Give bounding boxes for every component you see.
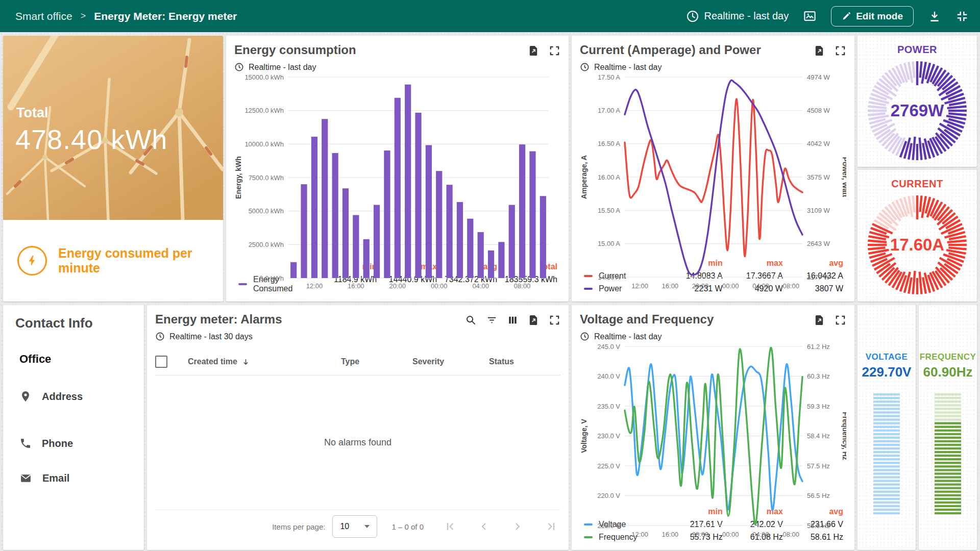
voltage-frequency-widget: Voltage and Frequency Realtime - last da… — [572, 305, 854, 550]
breadcrumb: Smart office > Energy Meter: Energy mete… — [15, 10, 237, 22]
current-power-widget: Current (Amperage) and Power Realtime - … — [572, 36, 854, 302]
first-page-button[interactable] — [444, 520, 456, 533]
fullscreen-widget-icon[interactable] — [835, 45, 846, 57]
dashboard-toolbar: Smart office > Energy Meter: Energy mete… — [0, 0, 980, 32]
next-page-button[interactable] — [511, 520, 524, 533]
svg-text:16.50 A: 16.50 A — [598, 140, 620, 147]
svg-text:12:00: 12:00 — [631, 531, 648, 538]
svg-text:220.0 V: 220.0 V — [597, 492, 620, 499]
svg-text:0.0 kWh: 0.0 kWh — [259, 274, 284, 282]
download-icon[interactable] — [928, 10, 941, 23]
svg-text:Energy, kWh: Energy, kWh — [234, 156, 242, 199]
current-power-chart: 14.50 A2177 W15.00 A2643 W15.50 A3109 W1… — [580, 72, 846, 257]
previous-page-button[interactable] — [478, 520, 490, 533]
svg-text:20:00: 20:00 — [692, 531, 709, 538]
svg-text:58.4 Hz: 58.4 Hz — [807, 432, 830, 440]
svg-text:59.3 Hz: 59.3 Hz — [807, 403, 830, 410]
export-widget-icon[interactable] — [814, 45, 825, 57]
svg-text:3575 W: 3575 W — [807, 173, 830, 181]
filter-icon[interactable] — [486, 314, 498, 326]
contact-title: Contact Info — [15, 315, 132, 331]
contact-entity-name: Office — [19, 353, 132, 366]
widget-timewindow-energy[interactable]: Realtime - last day — [234, 62, 356, 72]
sort-descending-icon[interactable] — [241, 358, 250, 366]
breadcrumb-dashboard-group[interactable]: Smart office — [15, 10, 72, 22]
total-label: Total — [16, 105, 48, 121]
svg-text:240.0 V: 240.0 V — [597, 372, 620, 380]
column-status[interactable]: Status — [489, 357, 514, 366]
alarms-timewindow[interactable]: Realtime - last 30 days — [155, 332, 282, 341]
export-widget-icon[interactable] — [528, 314, 540, 326]
svg-text:215.0 V: 215.0 V — [597, 522, 620, 530]
paginator-range: 1 – 0 of 0 — [391, 522, 424, 531]
contact-address-label: Address — [42, 391, 83, 403]
location-pin-icon — [19, 390, 32, 403]
svg-text:60.3 Hz: 60.3 Hz — [807, 372, 830, 380]
column-created-time[interactable]: Created time — [188, 357, 237, 366]
dashboard-image-button[interactable] — [803, 9, 817, 23]
export-widget-icon[interactable] — [528, 45, 540, 57]
voltage-gauge-title: VOLTAGE — [866, 352, 908, 362]
chevron-down-icon — [364, 525, 370, 528]
last-page-button[interactable] — [545, 520, 557, 533]
contact-address-row[interactable]: Address — [19, 390, 132, 403]
svg-text:5000.0 kWh: 5000.0 kWh — [249, 207, 284, 215]
search-icon[interactable] — [465, 314, 477, 326]
svg-text:235.0 V: 235.0 V — [597, 403, 620, 410]
voltage-gauge-widget: VOLTAGE 229.70V — [857, 305, 916, 550]
edit-mode-button[interactable]: Edit mode — [831, 6, 914, 27]
svg-text:55.6 Hz: 55.6 Hz — [807, 522, 830, 530]
widget-timewindow-current-power[interactable]: Realtime - last day — [580, 62, 761, 72]
svg-text:4974 W: 4974 W — [807, 73, 830, 81]
svg-text:57.5 Hz: 57.5 Hz — [807, 462, 830, 470]
column-severity[interactable]: Severity — [412, 357, 444, 366]
svg-text:00:00: 00:00 — [722, 282, 739, 290]
fullscreen-widget-icon[interactable] — [549, 45, 560, 57]
svg-text:20:00: 20:00 — [389, 282, 406, 290]
svg-text:225.0 V: 225.0 V — [597, 462, 620, 470]
fullscreen-widget-icon[interactable] — [549, 314, 560, 326]
voltage-gauge — [871, 393, 902, 516]
current-gauge-value: 17.60A — [890, 235, 944, 255]
breadcrumb-separator: > — [81, 11, 86, 21]
page-title: Energy Meter: Energy meter — [94, 10, 237, 22]
voltage-gauge-value: 229.70V — [862, 364, 912, 380]
contact-info-widget: Contact Info Office Address Phone Email — [3, 305, 144, 550]
svg-text:61.2 Hz: 61.2 Hz — [807, 343, 830, 350]
voltage-frequency-chart: 215.0 V55.6 Hz220.0 V56.5 Hz225.0 V57.5 … — [580, 341, 846, 505]
pencil-icon — [842, 12, 851, 21]
contact-phone-row[interactable]: Phone — [19, 437, 132, 449]
widget-title-current-power: Current (Amperage) and Power — [580, 43, 761, 57]
svg-text:12500.0 kWh: 12500.0 kWh — [244, 107, 284, 114]
items-per-page-label: Items per page: — [272, 522, 325, 531]
total-energy-widget: Total 478.40 kWh Energy consumed per min… — [3, 36, 223, 302]
export-widget-icon[interactable] — [814, 314, 825, 326]
svg-text:16:00: 16:00 — [662, 531, 679, 538]
columns-icon[interactable] — [507, 314, 519, 326]
fullscreen-widget-icon[interactable] — [835, 314, 846, 326]
no-alarms-text: No alarms found — [155, 375, 560, 510]
select-all-checkbox[interactable] — [155, 356, 167, 368]
svg-text:10000.0 kWh: 10000.0 kWh — [244, 140, 284, 148]
contact-email-row[interactable]: Email — [19, 472, 132, 485]
widget-timewindow-voltage-frequency[interactable]: Realtime - last day — [580, 332, 714, 341]
svg-text:230.0 V: 230.0 V — [597, 432, 620, 440]
contact-email-label: Email — [42, 472, 69, 484]
clock-icon — [580, 332, 590, 341]
dashboard-page: Smart office > Energy Meter: Energy mete… — [0, 0, 980, 551]
svg-text:12:00: 12:00 — [631, 282, 648, 290]
wind-turbines-image: Total 478.40 kWh — [3, 36, 223, 220]
items-per-page-select[interactable]: 10 — [332, 515, 377, 538]
clock-icon — [686, 10, 699, 23]
timewindow-button[interactable]: Realtime - last day — [686, 10, 789, 23]
power-gauge-widget: POWER 2769W — [857, 36, 977, 167]
column-type[interactable]: Type — [341, 357, 359, 366]
svg-text:56.5 Hz: 56.5 Hz — [807, 492, 830, 499]
fullscreen-exit-icon[interactable] — [955, 10, 969, 23]
svg-text:Amperage, A: Amperage, A — [580, 155, 588, 199]
svg-text:Voltage, V: Voltage, V — [580, 419, 588, 453]
alarms-table-header: Created time Type Severity Status — [155, 348, 560, 375]
svg-text:14.50 A: 14.50 A — [598, 273, 620, 281]
clock-icon — [580, 62, 590, 72]
svg-text:16.00 A: 16.00 A — [598, 173, 620, 181]
